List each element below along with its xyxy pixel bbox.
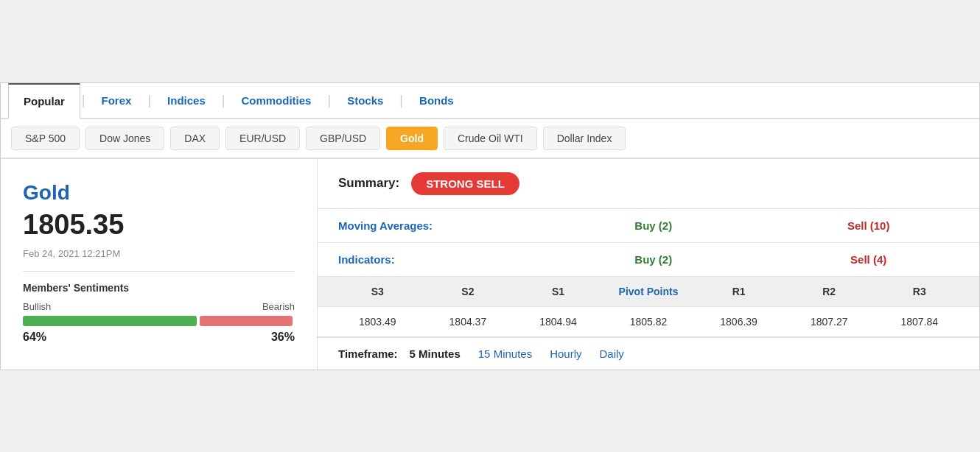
pivot-value-s1: 1804.94 [513,316,603,328]
timeframe-label: Timeframe: [338,347,398,360]
timeframe-row: Timeframe: 5 Minutes 15 Minutes Hourly D… [318,337,979,370]
tab-indices[interactable]: Indices [153,84,220,117]
summary-label: Summary: [338,176,399,191]
moving-averages-label: Moving Averages: [318,209,549,243]
pivot-value-pp: 1805.82 [603,316,694,328]
tab-forex[interactable]: Forex [87,84,147,117]
bearish-value: 36% [271,331,295,344]
stats-table: Moving Averages: Buy (2) Sell (10) Indic… [318,209,979,276]
tab-commodities[interactable]: Commodities [226,84,326,117]
sub-nav: S&P 500 Dow Jones DAX EUR/USD GBP/USD Go… [1,119,979,158]
indicators-row: Indicators: Buy (2) Sell (4) [318,242,979,276]
top-nav: Popular | Forex | Indices | Commodities … [1,83,979,119]
sentiment-bars [23,316,295,326]
panel-divider [23,271,295,272]
pivot-value-r1: 1806.39 [693,316,784,328]
sentiment-title: Members' Sentiments [23,282,295,294]
tab-bonds[interactable]: Bonds [405,84,469,117]
pivot-value-s3: 1803.49 [332,316,423,328]
timeframe-daily[interactable]: Daily [600,347,624,360]
divider-1: | [80,93,87,108]
pivot-header-s3: S3 [332,286,423,297]
pivot-header-pp: Pivot Points [603,286,694,297]
divider-4: | [326,93,332,108]
pivot-header: S3 S2 S1 Pivot Points R1 R2 R3 [318,277,979,307]
summary-row: Summary: STRONG SELL [318,159,979,209]
sentiment-labels: Bullish Bearish [23,301,295,312]
bearish-bar [200,316,292,326]
indicators-buy: Buy (2) [549,242,757,276]
timeframe-15min[interactable]: 15 Minutes [478,347,532,360]
subnav-sp500[interactable]: S&P 500 [11,127,80,150]
divider-2: | [146,93,153,108]
bullish-value: 64% [23,331,46,344]
subnav-dax[interactable]: DAX [170,127,220,150]
subnav-dowjones[interactable]: Dow Jones [85,127,164,150]
tab-popular[interactable]: Popular [8,83,80,119]
pivot-value-r3: 1807.84 [874,316,965,328]
divider-3: | [220,93,227,108]
subnav-dollarindex[interactable]: Dollar Index [543,127,626,150]
pivot-header-r3: R3 [874,286,965,297]
timeframe-5min[interactable]: 5 Minutes [410,347,461,360]
moving-averages-sell: Sell (10) [757,209,979,243]
sentiment-values: 64% 36% [23,331,295,344]
bearish-label: Bearish [262,301,295,312]
right-panel: Summary: STRONG SELL Moving Averages: Bu… [318,158,979,370]
bullish-label: Bullish [23,301,51,312]
pivot-header-s1: S1 [513,286,603,297]
asset-price: 1805.35 [23,209,295,241]
subnav-gold[interactable]: Gold [386,127,438,150]
subnav-gbpusd[interactable]: GBP/USD [306,127,380,150]
main-content: Gold 1805.35 Feb 24, 2021 12:21PM Member… [1,158,979,370]
indicators-label: Indicators: [318,242,549,276]
asset-datetime: Feb 24, 2021 12:21PM [23,248,295,259]
summary-badge: STRONG SELL [411,172,519,195]
moving-averages-row: Moving Averages: Buy (2) Sell (10) [318,209,979,243]
pivot-value-r2: 1807.27 [784,316,875,328]
pivot-header-r1: R1 [693,286,784,297]
pivot-value-s2: 1804.37 [423,316,514,328]
tab-stocks[interactable]: Stocks [332,84,398,117]
subnav-eurusd[interactable]: EUR/USD [225,127,300,150]
timeframe-hourly[interactable]: Hourly [550,347,581,360]
indicators-sell: Sell (4) [757,242,979,276]
bullish-bar [23,316,197,326]
pivot-values: 1803.49 1804.37 1804.94 1805.82 1806.39 … [318,307,979,337]
moving-averages-buy: Buy (2) [549,209,757,243]
subnav-crudeoil[interactable]: Crude Oil WTI [444,127,537,150]
pivot-header-r2: R2 [784,286,875,297]
asset-name: Gold [23,181,295,205]
pivot-section: S3 S2 S1 Pivot Points R1 R2 R3 1803.49 1… [318,276,979,337]
pivot-header-s2: S2 [423,286,514,297]
left-panel: Gold 1805.35 Feb 24, 2021 12:21PM Member… [1,158,318,370]
app-container: Popular | Forex | Indices | Commodities … [0,82,980,370]
divider-5: | [398,93,405,108]
